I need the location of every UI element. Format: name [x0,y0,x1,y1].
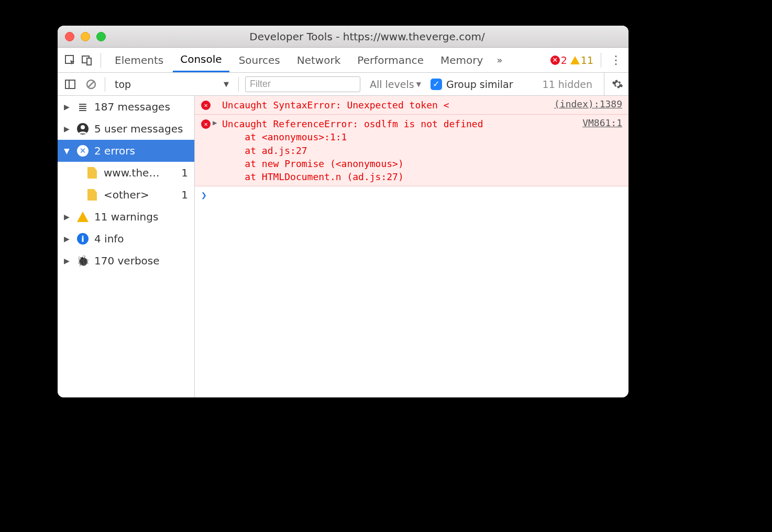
console-prompt[interactable]: ❯ [195,186,628,204]
hidden-count[interactable]: 11 hidden [543,79,592,90]
tab-performance[interactable]: Performance [350,48,431,72]
context-selector[interactable]: top ▼ [112,79,232,90]
sidebar-item-label: 5 user messages [94,123,188,135]
checkbox-checked-icon: ✓ [431,79,442,90]
error-count-badge[interactable]: ✕ 2 [550,54,567,66]
inspect-element-icon[interactable] [63,53,78,68]
disclosure-triangle-icon[interactable]: ▶ [213,118,222,127]
list-icon [76,101,89,114]
settings-menu-icon[interactable]: ⋮ [609,53,623,68]
sidebar-item-label: 2 errors [94,145,188,157]
console-main: ▶ 187 messages ▶ 5 user messages ▼ ✕ 2 e… [58,96,628,397]
console-error-row[interactable]: ✕ ▶ Uncaught ReferenceError: osdlfm is n… [195,115,628,186]
tab-sources[interactable]: Sources [231,48,288,72]
clear-console-icon[interactable] [84,77,98,92]
toggle-sidebar-icon[interactable] [63,77,78,92]
zoom-window-button[interactable] [96,32,106,41]
sidebar-item-label: <other> [104,189,176,201]
more-tabs-icon[interactable]: » [492,54,506,65]
sidebar-item-verbose[interactable]: ▶ 170 verbose [58,250,194,272]
window-title: Developer Tools - https://www.theverge.c… [113,30,621,43]
user-icon [76,123,89,135]
file-icon [86,189,98,201]
source-link[interactable]: VM861:1 [582,117,622,128]
log-levels-label: All levels [370,79,414,90]
svg-point-8 [81,125,85,129]
warning-count: 11 [581,54,593,66]
dropdown-icon: ▼ [224,80,229,88]
error-icon: ✕ [201,98,213,110]
warning-count-badge[interactable]: 11 [570,54,593,66]
panel-tabbar: Elements Console Sources Network Perform… [58,48,628,73]
sidebar-item-count: 1 [181,167,188,179]
tab-memory[interactable]: Memory [433,48,490,72]
filter-input[interactable] [245,76,360,92]
sidebar-item-warnings[interactable]: ▶ 11 warnings [58,206,194,228]
error-count: 2 [561,54,567,66]
sidebar-error-source[interactable]: <other> 1 [58,184,194,206]
disclosure-triangle-icon: ▶ [64,125,71,133]
disclosure-triangle-icon: ▶ [64,103,71,111]
sidebar-item-errors[interactable]: ▼ ✕ 2 errors [58,140,194,162]
context-selector-value: top [115,79,131,90]
console-filterbar: top ▼ All levels ▼ ✓ Group similar 11 hi… [58,73,628,96]
disclosure-triangle-icon: ▶ [64,235,71,243]
tab-elements[interactable]: Elements [107,48,171,72]
source-link[interactable]: (index):1389 [554,98,622,109]
sidebar-item-label: 170 verbose [94,254,188,267]
log-levels-dropdown[interactable]: All levels ▼ [367,79,424,90]
close-window-button[interactable] [65,32,74,41]
console-sidebar: ▶ 187 messages ▶ 5 user messages ▼ ✕ 2 e… [58,96,195,397]
toggle-device-toolbar-icon[interactable] [80,53,94,68]
sidebar-item-label: www.the… [104,167,176,179]
sidebar-item-info[interactable]: ▶ i 4 info [58,228,194,250]
titlebar: Developer Tools - https://www.theverge.c… [58,26,628,48]
file-icon [86,167,98,179]
error-icon: ✕ [201,117,213,129]
console-output: ✕ Uncaught SyntaxError: Unexpected token… [195,96,628,397]
error-icon: ✕ [76,145,89,157]
group-similar-label: Group similar [446,79,513,90]
sidebar-item-count: 1 [181,189,188,201]
devtools-window: Developer Tools - https://www.theverge.c… [58,26,628,397]
bug-icon [76,254,89,267]
dropdown-icon: ▼ [416,81,421,88]
disclosure-triangle-icon: ▼ [64,147,71,155]
console-settings-icon[interactable] [604,73,623,95]
sidebar-item-user-messages[interactable]: ▶ 5 user messages [58,118,194,140]
group-similar-checkbox[interactable]: ✓ Group similar [431,79,513,90]
sidebar-item-label: 187 messages [94,101,188,113]
minimize-window-button[interactable] [81,32,90,41]
error-message: Uncaught SyntaxError: Unexpected token < [222,98,548,112]
sidebar-error-source[interactable]: www.the… 1 [58,162,194,184]
console-error-row[interactable]: ✕ Uncaught SyntaxError: Unexpected token… [195,96,628,115]
svg-line-6 [88,81,94,87]
disclosure-triangle-icon: ▶ [64,257,71,265]
sidebar-item-label: 11 warnings [94,210,188,223]
warning-icon [76,212,89,222]
error-message: Uncaught ReferenceError: osdlfm is not d… [222,117,576,183]
info-icon: i [76,233,89,245]
sidebar-item-messages[interactable]: ▶ 187 messages [58,96,194,118]
sidebar-item-label: 4 info [94,232,188,245]
tab-network[interactable]: Network [290,48,348,72]
svg-rect-3 [65,80,75,88]
svg-rect-2 [87,58,91,65]
tab-console[interactable]: Console [173,48,229,72]
traffic-lights [65,32,106,41]
disclosure-triangle-icon: ▶ [64,213,71,221]
